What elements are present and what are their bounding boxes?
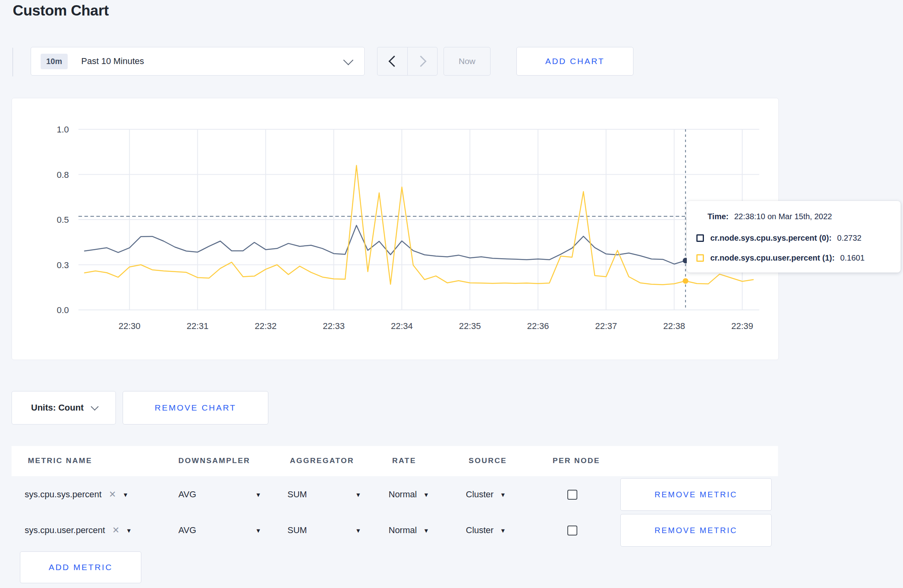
page-title: Custom Chart — [13, 2, 109, 19]
col-header-aggregator: AGGREGATOR — [290, 456, 354, 465]
chevron-down-icon — [91, 403, 99, 411]
per-node-checkbox[interactable] — [567, 490, 577, 500]
svg-text:0.5: 0.5 — [57, 215, 69, 225]
series-swatch-sys-icon — [696, 234, 704, 242]
remove-metric-button[interactable]: REMOVE METRIC — [620, 514, 772, 547]
downsampler-select[interactable]: AVG ▼ — [178, 512, 261, 548]
caret-down-icon[interactable]: ▼ — [126, 527, 132, 534]
caret-down-icon: ▼ — [255, 491, 261, 498]
units-label: Units: Count — [31, 403, 84, 413]
aggregator-value: SUM — [287, 489, 307, 500]
caret-down-icon: ▼ — [355, 527, 361, 534]
downsampler-value: AVG — [178, 489, 196, 500]
chevron-down-icon — [343, 55, 353, 65]
caret-down-icon[interactable]: ▼ — [123, 491, 129, 498]
clear-metric-icon[interactable]: ✕ — [112, 525, 119, 535]
chart-tooltip: Time: 22:38:10 on Mar 15th, 2022 cr.node… — [687, 201, 901, 273]
cpu-usage-chart[interactable]: 0.00.30.50.81.022:3022:3122:3222:3322:34… — [12, 98, 778, 359]
remove-chart-button[interactable]: REMOVE CHART — [123, 391, 268, 424]
units-select[interactable]: Units: Count — [12, 391, 116, 424]
per-node-checkbox[interactable] — [567, 526, 577, 535]
caret-down-icon: ▼ — [255, 527, 261, 534]
now-button[interactable]: Now — [444, 47, 491, 76]
time-pager — [377, 47, 438, 76]
svg-text:22:39: 22:39 — [731, 321, 753, 331]
col-header-metric-name: METRIC NAME — [28, 456, 92, 465]
rate-value: Normal — [389, 489, 417, 500]
metrics-table-header: METRIC NAME DOWNSAMPLER AGGREGATOR RATE … — [12, 446, 778, 476]
toolbar-divider — [12, 48, 13, 76]
prev-range-button[interactable] — [377, 47, 407, 76]
svg-text:0.3: 0.3 — [57, 260, 69, 270]
metric-row: sys.cpu.user.percent ✕ ▼ AVG ▼ SUM ▼ Nor… — [12, 512, 778, 548]
svg-text:22:32: 22:32 — [255, 321, 277, 331]
downsampler-value: AVG — [178, 525, 196, 535]
tooltip-time-value: 22:38:10 on Mar 15th, 2022 — [734, 212, 832, 221]
per-node-cell — [567, 512, 577, 548]
metric-name-select[interactable]: sys.cpu.sys.percent ✕ ▼ — [25, 477, 128, 512]
metric-name-text: sys.cpu.sys.percent — [25, 489, 102, 500]
svg-text:22:30: 22:30 — [119, 321, 141, 331]
add-chart-button[interactable]: ADD CHART — [516, 47, 633, 76]
aggregator-select[interactable]: SUM ▼ — [287, 477, 361, 512]
source-value: Cluster — [466, 525, 494, 535]
time-range-badge: 10m — [41, 54, 68, 69]
add-metric-button[interactable]: ADD METRIC — [20, 551, 141, 583]
tooltip-series-label: cr.node.sys.cpu.sys.percent (0): — [710, 234, 832, 243]
clear-metric-icon[interactable]: ✕ — [109, 489, 116, 500]
caret-down-icon: ▼ — [355, 491, 361, 498]
downsampler-select[interactable]: AVG ▼ — [178, 477, 261, 512]
tooltip-series-label: cr.node.sys.cpu.user.percent (1): — [710, 253, 835, 263]
rate-select[interactable]: Normal ▼ — [389, 512, 429, 548]
metric-row: sys.cpu.sys.percent ✕ ▼ AVG ▼ SUM ▼ Norm… — [12, 477, 778, 512]
rate-select[interactable]: Normal ▼ — [389, 477, 429, 512]
caret-down-icon: ▼ — [500, 491, 506, 498]
svg-text:22:31: 22:31 — [187, 321, 209, 331]
tooltip-series-value: 0.2732 — [837, 234, 862, 243]
tooltip-series-value: 0.1601 — [840, 253, 864, 263]
source-value: Cluster — [466, 489, 494, 500]
next-range-button[interactable] — [407, 47, 438, 76]
svg-text:1.0: 1.0 — [57, 125, 69, 134]
svg-text:22:35: 22:35 — [459, 321, 481, 331]
custom-chart-page: { "page": { "title": "Custom Chart" }, "… — [0, 0, 903, 588]
rate-value: Normal — [389, 525, 417, 535]
source-select[interactable]: Cluster ▼ — [466, 477, 506, 512]
svg-text:22:36: 22:36 — [527, 321, 549, 331]
chart-card: 0.00.30.50.81.022:3022:3122:3222:3322:34… — [12, 98, 779, 360]
series-swatch-user-icon — [696, 254, 704, 262]
chevron-right-icon — [415, 56, 426, 67]
svg-text:22:33: 22:33 — [323, 321, 345, 331]
time-range-picker[interactable]: 10m Past 10 Minutes — [31, 47, 365, 76]
metric-name-text: sys.cpu.user.percent — [25, 525, 105, 535]
remove-metric-button[interactable]: REMOVE METRIC — [620, 478, 772, 511]
tooltip-time-label: Time: — [708, 212, 729, 221]
aggregator-value: SUM — [287, 525, 307, 535]
chevron-left-icon — [388, 56, 399, 67]
per-node-cell — [567, 477, 577, 512]
col-header-rate: RATE — [392, 456, 416, 465]
col-header-downsampler: DOWNSAMPLER — [178, 456, 250, 465]
col-header-source: SOURCE — [469, 456, 507, 465]
caret-down-icon: ▼ — [500, 527, 506, 534]
metric-name-select[interactable]: sys.cpu.user.percent ✕ ▼ — [25, 512, 132, 548]
svg-text:22:34: 22:34 — [391, 321, 413, 331]
svg-text:22:38: 22:38 — [663, 321, 685, 331]
caret-down-icon: ▼ — [423, 491, 429, 498]
svg-text:0.8: 0.8 — [57, 170, 69, 180]
caret-down-icon: ▼ — [423, 527, 429, 534]
time-range-label: Past 10 Minutes — [81, 56, 144, 66]
aggregator-select[interactable]: SUM ▼ — [287, 512, 361, 548]
source-select[interactable]: Cluster ▼ — [466, 512, 506, 548]
col-header-per-node: PER NODE — [553, 456, 600, 465]
svg-text:0.0: 0.0 — [57, 305, 69, 315]
svg-text:22:37: 22:37 — [595, 321, 617, 331]
